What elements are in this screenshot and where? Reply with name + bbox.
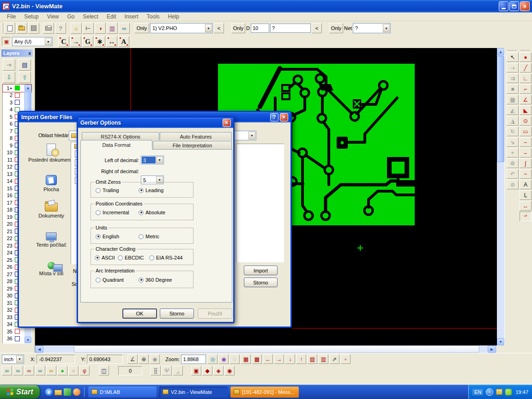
menu-view[interactable]: View	[43, 13, 63, 20]
select-tool[interactable]: ↖	[507, 52, 519, 62]
pattern-fill-tool[interactable]: ▦	[507, 95, 519, 104]
corner-tool[interactable]: ⌐	[520, 212, 532, 221]
layer-insert-button[interactable]: ⇥	[3, 59, 15, 71]
chevron-down-icon[interactable]: ▼	[45, 38, 52, 45]
zoom-input[interactable]: 1.8868	[181, 355, 206, 364]
chevron-down-icon[interactable]: ▼	[383, 24, 390, 32]
chevron-down-icon[interactable]: ▼	[156, 157, 163, 163]
layer-swatch[interactable]	[15, 329, 20, 334]
undo-shape-tool[interactable]: ↶	[507, 169, 519, 179]
layer-swatch[interactable]	[15, 336, 20, 341]
zoom-grid-button[interactable]: ◉	[218, 354, 229, 364]
new-button[interactable]	[4, 23, 15, 34]
grid-add-button[interactable]: ▨	[307, 354, 317, 364]
select-area-button[interactable]: ▫	[340, 354, 351, 364]
scale-tool[interactable]: ⇘	[507, 137, 519, 147]
aperture-solid-button[interactable]: ◆	[202, 366, 212, 375]
import-button[interactable]: Import	[244, 266, 278, 275]
tray-collapse-icon[interactable]: ‹	[486, 388, 493, 396]
pan-up-button[interactable]: ↑	[296, 354, 306, 364]
radio-leading[interactable]: Leading	[139, 187, 163, 193]
zoom-select-button[interactable]: ◌	[230, 354, 240, 364]
quicklaunch-ie-icon[interactable]: e	[45, 388, 53, 396]
quicklaunch-folder-icon[interactable]	[54, 390, 62, 395]
print-button[interactable]	[43, 23, 54, 34]
quicklaunch-book-icon[interactable]	[64, 388, 71, 396]
grid-dots-button[interactable]: ⣿	[151, 366, 161, 375]
layer-down-button[interactable]: ⇩	[3, 72, 15, 83]
radio-trailing[interactable]: Trailing	[96, 187, 119, 193]
help-icon[interactable]: ?	[270, 113, 278, 121]
scroll-up-icon[interactable]: ▲	[24, 85, 31, 91]
task-messenger[interactable]: [191-482-091] - Mess...	[230, 387, 299, 398]
scroll-right-icon[interactable]: ▶	[488, 345, 496, 353]
only-layer-button[interactable]: Only	[134, 23, 149, 33]
cancel-button[interactable]: Storno	[160, 308, 194, 319]
restore-button[interactable]	[509, 1, 519, 11]
canvas-vscrollbar[interactable]: ▲ ▼	[497, 48, 504, 345]
view-sketch-button[interactable]: ∞	[46, 366, 56, 375]
settings-tool[interactable]: ⚙	[507, 158, 519, 168]
aperture-round-button[interactable]: ◉	[224, 366, 235, 375]
unit-combo[interactable]: inch▼	[2, 355, 24, 364]
vscroll-thumb[interactable]	[497, 56, 504, 162]
layer-stack-button[interactable]: ▤	[18, 59, 31, 71]
layer-swatch[interactable]	[15, 93, 20, 98]
ok-button[interactable]: OK	[122, 308, 157, 319]
grid-edit-button[interactable]: ▥	[318, 354, 328, 364]
probe-pin-button[interactable]: φ	[79, 366, 90, 375]
language-indicator[interactable]: EN	[472, 389, 483, 395]
redraw-point-tool[interactable]: ⇢	[507, 63, 519, 73]
layers-close-icon[interactable]: x	[28, 51, 31, 56]
radio-360-degree[interactable]: 360 Degree	[139, 277, 172, 283]
probe-button[interactable]: ◉	[150, 354, 160, 364]
origin-button[interactable]: ⊕	[139, 354, 149, 364]
radio-incremental[interactable]: Incremental	[96, 210, 129, 215]
highlight-star-button[interactable]: ∗	[94, 36, 105, 47]
highlight-arrow-button[interactable]: →	[70, 36, 81, 47]
radio-metric[interactable]: Metric	[139, 234, 159, 239]
menu-setup[interactable]: Setup	[20, 13, 42, 20]
tab-file-interpretation[interactable]: File Interpretation	[153, 141, 232, 149]
view-pads-button[interactable]: ∞	[24, 366, 34, 375]
aperture-flash-button[interactable]: ▣	[191, 366, 201, 375]
layers-panel-header[interactable]: Layers x	[1, 49, 33, 57]
radio-ebcdic[interactable]: EBCDIC	[118, 255, 144, 260]
grid-snap-button[interactable]: ▩	[252, 354, 262, 364]
pan-left-button[interactable]: ←	[263, 354, 273, 364]
filter-combo[interactable]: Any (U)▼	[12, 37, 53, 46]
offset-tool[interactable]: +	[507, 148, 519, 157]
save-button[interactable]	[28, 23, 39, 34]
radio-quadrant[interactable]: Quadrant	[96, 277, 124, 283]
task-viewmate[interactable]: V2.bin - ViewMate	[159, 387, 228, 398]
left-of-decimal-combo[interactable]: 3 ▼	[141, 156, 164, 164]
rotate-tool[interactable]: ↻	[507, 127, 519, 136]
dcode-prev-button[interactable]: <	[312, 23, 322, 33]
start-button[interactable]: Start	[0, 385, 40, 399]
arc-cw-tool[interactable]: ⌣	[520, 148, 532, 157]
clip-tool[interactable]: ⊘	[507, 180, 519, 189]
minimize-button[interactable]	[499, 1, 508, 11]
context-help-button[interactable]: ?	[55, 23, 66, 34]
menu-go[interactable]: Go	[63, 13, 79, 20]
dcode-query-input[interactable]: ?	[270, 24, 311, 33]
circle-tool[interactable]: ⊙	[520, 116, 532, 126]
tray-note-icon[interactable]	[496, 389, 502, 395]
radio-eia-rs244[interactable]: EIA RS-244	[149, 255, 182, 260]
close-icon[interactable]: ×	[223, 119, 231, 127]
menu-tools[interactable]: Tools	[143, 13, 164, 20]
highlight-on-button[interactable]: ●	[57, 366, 67, 375]
dcode-view-button[interactable]: ◑	[95, 23, 106, 34]
anchor-button[interactable]: Ψ	[162, 366, 172, 375]
highlight-a-button[interactable]: A	[118, 36, 129, 47]
menu-file[interactable]: File	[3, 13, 20, 20]
radio-absolute[interactable]: Absolute	[139, 210, 165, 215]
layer-swatch[interactable]	[15, 85, 20, 91]
apply-button[interactable]: Použít	[198, 308, 232, 319]
mirror-vertical-tool[interactable]: ◭	[507, 105, 519, 115]
task-dmlab[interactable]: D:\MLAB	[88, 387, 157, 398]
tab-auto-features[interactable]: Auto Features	[160, 132, 232, 140]
dcode-input[interactable]: 10	[251, 24, 269, 33]
menu-edit[interactable]: Edit	[103, 13, 121, 20]
pad-tool[interactable]: ●	[520, 52, 532, 62]
